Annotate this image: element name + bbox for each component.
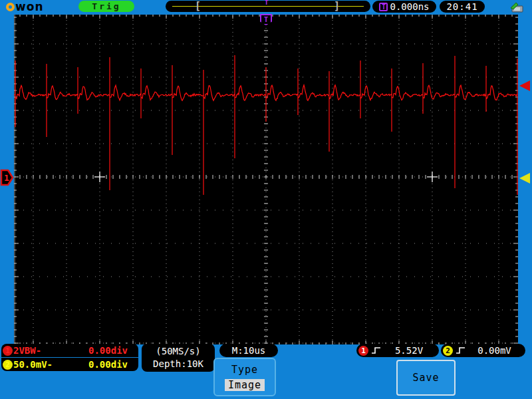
save-button[interactable]: Save	[396, 360, 456, 396]
channel-info-panel: 1 2VBW- 0.00div 2 50.0mV- 0.00div	[1, 344, 138, 372]
rising-edge-icon	[456, 346, 466, 355]
timebase-readout: M:10us	[219, 344, 278, 357]
waveform-display[interactable]: T	[14, 15, 518, 344]
trigger1-badge: 1	[358, 346, 368, 356]
trigger-status-badge: Trig	[78, 1, 134, 12]
owon-logo-text: won	[15, 1, 44, 12]
sample-rate: (50MS/s)	[142, 345, 215, 358]
owon-logo-ring-icon	[6, 3, 15, 11]
trigger-time-value: 0.000ns	[390, 1, 429, 12]
trigger1-level-value: 5.52V	[384, 345, 434, 356]
top-status-bar: won Trig [ ] T T 0.000ns 20:41	[0, 0, 532, 15]
type-menu-label: Type	[231, 364, 258, 376]
trigger-position-t-icon: T	[265, 0, 268, 6]
trigger-position-bar[interactable]: [ ] T	[166, 1, 370, 12]
svg-text:1: 1	[4, 173, 9, 183]
channel1-scale: 2VBW-	[13, 345, 41, 356]
trigger1-level-readout: 1 5.52V	[356, 344, 439, 357]
scope-grid-and-trace	[14, 15, 518, 344]
clock-readout: 20:41	[440, 1, 485, 13]
trigger-level-arrow-ch1[interactable]	[519, 80, 530, 91]
channel1-offset: 0.00div	[88, 345, 128, 356]
rising-edge-icon	[371, 346, 382, 355]
channel2-info-row: 2 50.0mV- 0.00div	[1, 358, 138, 371]
window-bracket-left: [	[195, 1, 201, 12]
trigger-level-arrow-ch2[interactable]	[519, 173, 530, 184]
channel2-offset: 0.00div	[88, 359, 128, 370]
acquisition-info-box: (50MS/s) Depth:10K	[142, 344, 215, 372]
trigger2-level-readout: 2 0.00mV	[441, 344, 525, 357]
channel1-position-marker[interactable]: 1	[0, 169, 15, 186]
channel1-info-row: 1 2VBW- 0.00div	[1, 344, 138, 357]
channel1-badge: 1	[3, 346, 13, 356]
channel2-badge: 2	[3, 360, 13, 370]
window-bracket-right: ]	[334, 1, 340, 12]
channel2-scale: 50.0mV-	[13, 359, 53, 370]
memory-depth: Depth:10K	[142, 358, 215, 370]
trigger2-level-value: 0.00mV	[469, 345, 520, 356]
usb-storage-icon	[508, 1, 525, 13]
trigger-t-icon: T	[379, 3, 388, 11]
owon-logo: won	[6, 1, 44, 13]
trigger-time-readout: T 0.000ns	[372, 1, 436, 13]
type-menu-button[interactable]: Type Image	[213, 358, 276, 396]
trigger2-badge: 2	[443, 346, 453, 356]
type-menu-value: Image	[225, 379, 265, 391]
